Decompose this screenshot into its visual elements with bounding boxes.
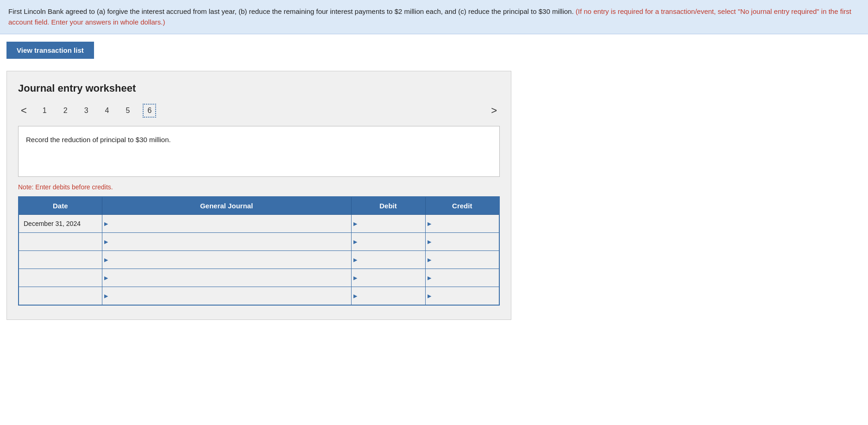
instruction-text: Record the reduction of principal to $30… bbox=[26, 136, 171, 144]
view-transaction-list-button[interactable]: View transaction list bbox=[6, 42, 94, 59]
gj-cell-2[interactable]: ▶ bbox=[102, 233, 351, 251]
credit-cell-2[interactable]: ▶ bbox=[425, 233, 499, 251]
arrow-icon-debit-5: ▶ bbox=[352, 293, 357, 299]
col-header-credit: Credit bbox=[425, 197, 499, 215]
col-header-date: Date bbox=[19, 197, 102, 215]
gj-input-5[interactable] bbox=[108, 287, 351, 305]
gj-input-3[interactable] bbox=[108, 251, 351, 269]
arrow-icon-credit-5: ▶ bbox=[426, 293, 431, 299]
arrow-icon-credit-2: ▶ bbox=[426, 239, 431, 245]
arrow-icon-debit-3: ▶ bbox=[352, 257, 357, 263]
date-cell-1: December 31, 2024 bbox=[19, 215, 102, 233]
date-value-1: December 31, 2024 bbox=[24, 220, 81, 227]
credit-input-1[interactable] bbox=[431, 215, 499, 232]
arrow-icon-debit-1: ▶ bbox=[352, 221, 357, 227]
tab-1[interactable]: 1 bbox=[39, 105, 50, 117]
tab-6[interactable]: 6 bbox=[143, 104, 156, 118]
debit-cell-3[interactable]: ▶ bbox=[351, 251, 425, 269]
credit-cell-1[interactable]: ▶ bbox=[425, 215, 499, 233]
instruction-box: Record the reduction of principal to $30… bbox=[18, 126, 500, 177]
tab-3[interactable]: 3 bbox=[81, 105, 92, 117]
credit-input-2[interactable] bbox=[431, 233, 499, 250]
journal-entry-worksheet: Journal entry worksheet < 1 2 3 4 5 6 > … bbox=[6, 71, 511, 320]
journal-table: Date General Journal Debit Credit Decemb… bbox=[18, 196, 500, 306]
tabs-row: < 1 2 3 4 5 6 > bbox=[18, 104, 500, 118]
arrow-icon-gj-2: ▶ bbox=[102, 239, 108, 245]
gj-input-4[interactable] bbox=[108, 269, 351, 287]
note-text: Note: Enter debits before credits. bbox=[18, 183, 500, 191]
date-cell-2 bbox=[19, 233, 102, 251]
tab-5[interactable]: 5 bbox=[122, 105, 133, 117]
gj-cell-4[interactable]: ▶ bbox=[102, 269, 351, 287]
arrow-icon-debit-2: ▶ bbox=[352, 239, 357, 245]
tab-next-button[interactable]: > bbox=[488, 104, 500, 118]
arrow-icon-debit-4: ▶ bbox=[352, 275, 357, 281]
worksheet-title: Journal entry worksheet bbox=[18, 82, 500, 94]
arrow-icon-credit-3: ▶ bbox=[426, 257, 431, 263]
date-cell-5 bbox=[19, 287, 102, 306]
debit-cell-2[interactable]: ▶ bbox=[351, 233, 425, 251]
tab-prev-button[interactable]: < bbox=[18, 104, 30, 118]
col-header-debit: Debit bbox=[351, 197, 425, 215]
table-row: ▶ ▶ ▶ bbox=[19, 269, 499, 287]
gj-input-1[interactable] bbox=[108, 215, 351, 232]
debit-input-4[interactable] bbox=[357, 269, 425, 287]
credit-input-5[interactable] bbox=[431, 287, 499, 305]
arrow-icon-credit-1: ▶ bbox=[426, 221, 431, 227]
banner-text-black: First Lincoln Bank agreed to (a) forgive… bbox=[8, 7, 574, 15]
debit-input-2[interactable] bbox=[357, 233, 425, 250]
debit-input-5[interactable] bbox=[357, 287, 425, 305]
col-header-general-journal: General Journal bbox=[102, 197, 351, 215]
info-banner: First Lincoln Bank agreed to (a) forgive… bbox=[0, 0, 868, 34]
gj-cell-3[interactable]: ▶ bbox=[102, 251, 351, 269]
credit-cell-4[interactable]: ▶ bbox=[425, 269, 499, 287]
arrow-icon-gj-1: ▶ bbox=[102, 221, 108, 227]
tab-4[interactable]: 4 bbox=[101, 105, 113, 117]
debit-cell-5[interactable]: ▶ bbox=[351, 287, 425, 306]
arrow-icon-gj-3: ▶ bbox=[102, 257, 108, 263]
gj-cell-5[interactable]: ▶ bbox=[102, 287, 351, 306]
tab-2[interactable]: 2 bbox=[60, 105, 71, 117]
table-row: December 31, 2024 ▶ ▶ ▶ bbox=[19, 215, 499, 233]
credit-input-3[interactable] bbox=[431, 251, 499, 269]
gj-cell-1[interactable]: ▶ bbox=[102, 215, 351, 233]
debit-cell-1[interactable]: ▶ bbox=[351, 215, 425, 233]
debit-cell-4[interactable]: ▶ bbox=[351, 269, 425, 287]
date-cell-3 bbox=[19, 251, 102, 269]
arrow-icon-credit-4: ▶ bbox=[426, 275, 431, 281]
table-row: ▶ ▶ ▶ bbox=[19, 287, 499, 306]
arrow-icon-gj-5: ▶ bbox=[102, 293, 108, 299]
credit-cell-3[interactable]: ▶ bbox=[425, 251, 499, 269]
credit-input-4[interactable] bbox=[431, 269, 499, 287]
table-row: ▶ ▶ ▶ bbox=[19, 233, 499, 251]
table-row: ▶ ▶ ▶ bbox=[19, 251, 499, 269]
gj-input-2[interactable] bbox=[108, 233, 351, 250]
credit-cell-5[interactable]: ▶ bbox=[425, 287, 499, 306]
arrow-icon-gj-4: ▶ bbox=[102, 275, 108, 281]
debit-input-1[interactable] bbox=[357, 215, 425, 232]
date-cell-4 bbox=[19, 269, 102, 287]
debit-input-3[interactable] bbox=[357, 251, 425, 269]
